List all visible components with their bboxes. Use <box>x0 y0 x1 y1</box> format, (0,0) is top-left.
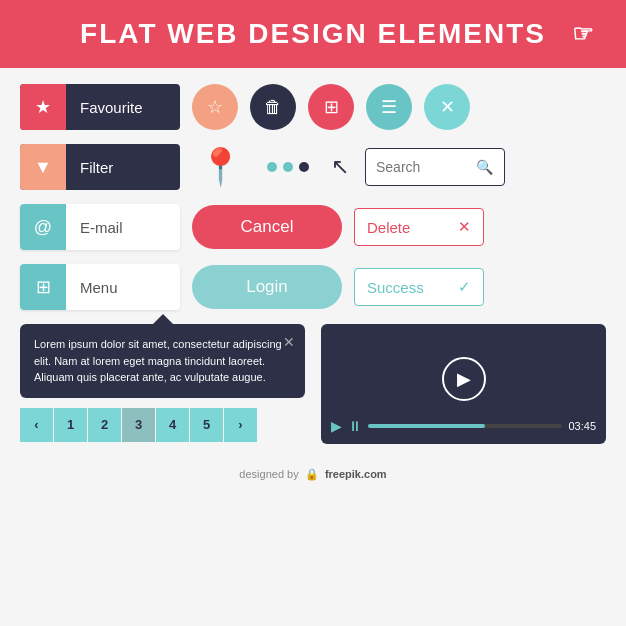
play-button[interactable]: ▶ <box>442 357 486 401</box>
close-circle-button[interactable]: ✕ <box>424 84 470 130</box>
main-content: ★ Favourite ☆ 🗑 ⊞ ☰ ✕ ▼ Filter 📍 <box>0 68 626 460</box>
search-input[interactable] <box>376 159 476 175</box>
delete-icon: ✕ <box>458 218 471 236</box>
dots-indicator <box>267 162 309 172</box>
menu-circle-button[interactable]: ☰ <box>366 84 412 130</box>
footer-brand: freepik.com <box>325 468 387 480</box>
delete-label: Delete <box>367 219 410 236</box>
row-menu: ⊞ Menu Login Success ✓ <box>20 264 606 310</box>
filter-button[interactable]: ▼ Filter <box>20 144 180 190</box>
pause-ctrl-icon[interactable]: ⏸ <box>348 418 362 434</box>
dot-2 <box>283 162 293 172</box>
dot-1 <box>267 162 277 172</box>
row-filter: ▼ Filter 📍 ↖ 🔍 <box>20 144 606 190</box>
bottom-area: ✕ Lorem ipsum dolor sit amet, consectetu… <box>20 324 606 444</box>
grid-icon: ⊞ <box>324 96 339 118</box>
map-pin-icon: 📍 <box>198 146 243 188</box>
favourite-button[interactable]: ★ Favourite <box>20 84 180 130</box>
pagination-prev[interactable]: ‹ <box>20 408 54 442</box>
play-icon: ▶ <box>457 368 471 390</box>
favourite-label: Favourite <box>66 99 143 116</box>
close-icon: ✕ <box>440 96 455 118</box>
login-button[interactable]: Login <box>192 265 342 309</box>
success-label: Success <box>367 279 424 296</box>
search-icon: 🔍 <box>476 159 493 175</box>
star-outline-icon: ☆ <box>207 96 223 118</box>
page-1[interactable]: 1 <box>54 408 88 442</box>
success-button[interactable]: Success ✓ <box>354 268 484 306</box>
progress-bar[interactable] <box>368 424 562 428</box>
arrow-cursor-icon: ↖ <box>331 154 349 180</box>
email-icon-box: @ <box>20 204 66 250</box>
close-btn[interactable]: ✕ <box>283 332 295 353</box>
trash-circle-button[interactable]: 🗑 <box>250 84 296 130</box>
email-button[interactable]: @ E-mail <box>20 204 180 250</box>
row-email: @ E-mail Cancel Delete ✕ <box>20 204 606 250</box>
dot-3-active <box>299 162 309 172</box>
search-box[interactable]: 🔍 <box>365 148 505 186</box>
delete-button[interactable]: Delete ✕ <box>354 208 484 246</box>
tooltip-box: ✕ Lorem ipsum dolor sit amet, consectetu… <box>20 324 305 398</box>
filter-label: Filter <box>66 159 113 176</box>
menu-icon-box: ⊞ <box>20 264 66 310</box>
cancel-button[interactable]: Cancel <box>192 205 342 249</box>
star-circle-button[interactable]: ☆ <box>192 84 238 130</box>
time-label: 03:45 <box>568 420 596 432</box>
video-controls: ▶ ⏸ 03:45 <box>321 418 606 434</box>
left-bottom: ✕ Lorem ipsum dolor sit amet, consectetu… <box>20 324 305 444</box>
tooltip-text: Lorem ipsum dolor sit amet, consectetur … <box>34 338 282 383</box>
menu-grid-icon: ⊞ <box>36 276 51 298</box>
page-header: FLAT WEB DESIGN ELEMENTS ☞ <box>0 0 626 68</box>
play-ctrl-icon[interactable]: ▶ <box>331 418 342 434</box>
filter-icon: ▼ <box>34 157 52 178</box>
page-4[interactable]: 4 <box>156 408 190 442</box>
menu-lines-icon: ☰ <box>381 96 397 118</box>
cursor-icon: ☞ <box>572 20 596 48</box>
menu-label: Menu <box>66 279 118 296</box>
grid-circle-button[interactable]: ⊞ <box>308 84 354 130</box>
tooltip-arrow <box>153 314 173 324</box>
row-favourite: ★ Favourite ☆ 🗑 ⊞ ☰ ✕ <box>20 84 606 130</box>
header-title: FLAT WEB DESIGN ELEMENTS <box>80 18 546 49</box>
at-icon: @ <box>34 217 52 238</box>
page-5[interactable]: 5 <box>190 408 224 442</box>
favourite-icon-box: ★ <box>20 84 66 130</box>
pagination: ‹ 1 2 3 4 5 › <box>20 408 305 442</box>
progress-fill <box>368 424 485 428</box>
footer: designed by 🔒 freepik.com <box>0 460 626 485</box>
video-player: ▶ ▶ ⏸ 03:45 <box>321 324 606 444</box>
email-label: E-mail <box>66 219 123 236</box>
star-icon: ★ <box>35 96 51 118</box>
page-2[interactable]: 2 <box>88 408 122 442</box>
success-icon: ✓ <box>458 278 471 296</box>
pagination-next[interactable]: › <box>224 408 258 442</box>
menu-button[interactable]: ⊞ Menu <box>20 264 180 310</box>
footer-text: designed by <box>239 468 298 480</box>
filter-icon-box: ▼ <box>20 144 66 190</box>
page-3-active[interactable]: 3 <box>122 408 156 442</box>
trash-icon: 🗑 <box>264 97 282 118</box>
